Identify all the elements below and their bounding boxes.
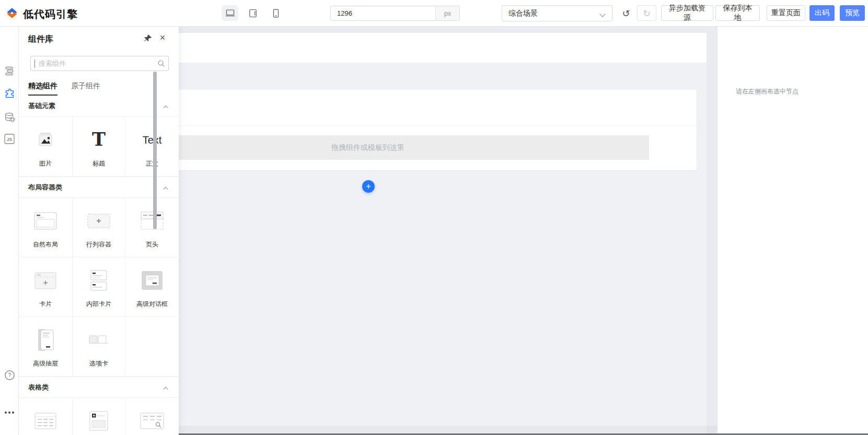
device-switcher bbox=[222, 5, 284, 21]
natural-layout-component-icon bbox=[33, 205, 57, 237]
close-icon[interactable]: × bbox=[157, 32, 168, 43]
more-icon[interactable] bbox=[0, 406, 19, 419]
empty-grid-cell bbox=[125, 317, 179, 376]
component-item-label: 高级抽屉 bbox=[33, 359, 58, 368]
innercard-component-icon bbox=[87, 265, 111, 296]
table-basic-component-icon bbox=[33, 405, 57, 435]
help-icon[interactable]: ? bbox=[0, 368, 19, 382]
chevron-up-icon[interactable] bbox=[163, 101, 168, 111]
lowcode-engine-app: 低代码引擎 bbox=[0, 0, 868, 435]
undo-button[interactable] bbox=[619, 5, 633, 21]
title-component-icon: T bbox=[87, 124, 111, 156]
component-item[interactable]: Text正文 bbox=[125, 117, 179, 176]
save-local-button[interactable]: 保存到本地 bbox=[715, 5, 760, 21]
component-item[interactable]: 选项卡 bbox=[73, 317, 125, 376]
reset-page-button[interactable]: 重置页面 bbox=[767, 5, 805, 21]
component-item[interactable]: 操作表格 bbox=[73, 398, 125, 435]
device-tablet-button[interactable] bbox=[245, 5, 261, 21]
search-icon bbox=[154, 60, 168, 67]
svg-text:JS: JS bbox=[7, 137, 13, 142]
card-component-icon bbox=[33, 265, 57, 296]
component-grid-row: 基础表格 操作表格 查询表格 bbox=[19, 398, 179, 435]
logo: 低代码引擎 bbox=[5, 6, 78, 22]
svg-text:T: T bbox=[92, 128, 106, 150]
component-item[interactable]: 行列容器 bbox=[73, 198, 125, 257]
component-item[interactable]: 图片 bbox=[19, 117, 73, 176]
scenario-select-value: 综合场景 bbox=[508, 9, 600, 18]
tablet-icon bbox=[249, 9, 257, 18]
component-item[interactable]: 高级抽屉 bbox=[19, 317, 73, 376]
panel-title: 组件库 bbox=[28, 34, 53, 45]
component-item-label: 选项卡 bbox=[89, 359, 108, 368]
component-item[interactable]: 基础表格 bbox=[19, 398, 73, 435]
component-item[interactable]: 页头 bbox=[125, 198, 179, 257]
component-item-label: 页头 bbox=[146, 240, 158, 249]
component-item[interactable]: 内部卡片 bbox=[73, 257, 125, 316]
component-grid-row: 卡片 内部卡片 高级对话框 bbox=[19, 257, 179, 317]
app-title: 低代码引擎 bbox=[23, 7, 78, 21]
canvas-width-control: px bbox=[330, 6, 460, 21]
device-mobile-button[interactable] bbox=[268, 5, 284, 21]
outline-tree-icon[interactable] bbox=[0, 64, 19, 78]
panel-scrollbar-thumb[interactable] bbox=[153, 72, 157, 229]
component-item-label: 内部卡片 bbox=[86, 300, 111, 309]
component-item[interactable]: T标题 bbox=[73, 117, 125, 176]
dialog-component-icon bbox=[140, 265, 165, 296]
tab-atomic-components[interactable]: 原子组件 bbox=[71, 77, 100, 95]
section-title: 布局容器类 bbox=[28, 183, 163, 192]
pin-icon[interactable] bbox=[143, 33, 153, 43]
svg-text:Text: Text bbox=[143, 134, 162, 146]
table-search-component-icon bbox=[140, 405, 165, 435]
logo-icon bbox=[5, 6, 19, 22]
async-load-resource-button[interactable]: 异步加载资源 bbox=[661, 5, 713, 21]
generate-code-button[interactable]: 出码 bbox=[809, 5, 835, 21]
desktop-icon bbox=[225, 9, 235, 17]
component-search bbox=[30, 56, 169, 71]
rowcol-component-icon bbox=[87, 205, 111, 237]
component-grid-row: 高级抽屉 选项卡 bbox=[19, 317, 179, 377]
left-rail: JS ? En bbox=[0, 27, 19, 435]
component-item[interactable]: 自然布局 bbox=[19, 198, 73, 257]
table-add-component-icon bbox=[87, 405, 111, 435]
settings-empty-hint: 请在左侧画布选中节点 bbox=[717, 87, 868, 96]
component-item[interactable]: 卡片 bbox=[19, 257, 73, 316]
js-icon[interactable]: JS bbox=[0, 132, 19, 146]
image-component-icon bbox=[33, 124, 57, 156]
drop-zone-hint: 拖拽组件或模板到这里 bbox=[331, 143, 404, 152]
pageheader-component-icon bbox=[140, 205, 164, 237]
canvas-width-unit: px bbox=[435, 6, 459, 20]
preview-button[interactable]: 预览 bbox=[840, 5, 865, 21]
search-input[interactable] bbox=[35, 60, 154, 67]
topbar: 低代码引擎 bbox=[0, 0, 868, 27]
component-item-label: 行列容器 bbox=[86, 240, 111, 249]
redo-button[interactable] bbox=[637, 5, 656, 21]
component-item-label: 自然布局 bbox=[33, 240, 58, 249]
svg-text:?: ? bbox=[8, 372, 11, 378]
scenario-select[interactable]: 综合场景 bbox=[502, 5, 612, 21]
chevron-up-icon[interactable] bbox=[163, 383, 168, 392]
component-item-label: 标题 bbox=[92, 159, 105, 168]
component-item-label: 卡片 bbox=[39, 300, 52, 309]
section-title: 基础元素 bbox=[28, 101, 163, 111]
mobile-icon bbox=[273, 9, 279, 18]
chevron-down-icon bbox=[600, 11, 606, 16]
device-desktop-button[interactable] bbox=[222, 5, 238, 21]
tab-featured-components[interactable]: 精选组件 bbox=[28, 77, 57, 95]
drawer-component-icon bbox=[33, 324, 57, 356]
canvas-width-input[interactable] bbox=[331, 6, 435, 20]
section-title: 表格类 bbox=[28, 383, 163, 392]
tabcard-component-icon bbox=[86, 324, 111, 356]
add-block-button[interactable] bbox=[362, 180, 375, 193]
chevron-up-icon[interactable] bbox=[163, 183, 168, 192]
datasource-icon[interactable] bbox=[0, 110, 19, 124]
text-component-icon: Text bbox=[138, 124, 166, 156]
section-header[interactable]: 表格类 bbox=[19, 377, 179, 398]
settings-panel: 请在左侧画布选中节点 bbox=[717, 27, 868, 435]
component-item-label: 高级对话框 bbox=[136, 300, 168, 309]
component-item-label: 图片 bbox=[39, 159, 52, 168]
component-item[interactable]: 高级对话框 bbox=[125, 257, 179, 316]
component-item[interactable]: 查询表格 bbox=[125, 398, 179, 435]
components-icon[interactable] bbox=[0, 87, 19, 100]
